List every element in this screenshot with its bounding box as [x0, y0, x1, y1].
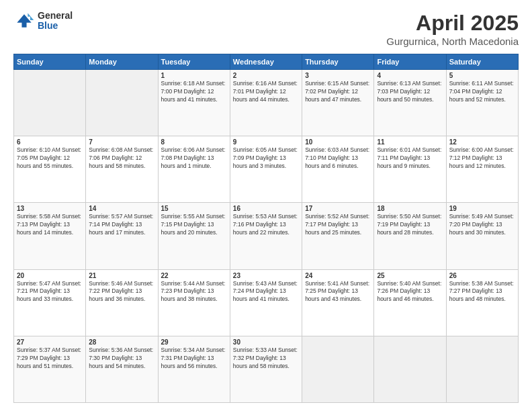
calendar-cell: 10Sunrise: 6:03 AM Sunset: 7:10 PM Dayli…: [302, 136, 374, 203]
calendar-cell: 6Sunrise: 6:10 AM Sunset: 7:05 PM Daylig…: [14, 136, 86, 203]
calendar-cell: [86, 70, 158, 136]
day-number: 18: [377, 205, 443, 212]
day-info: Sunrise: 6:11 AM Sunset: 7:04 PM Dayligh…: [449, 80, 515, 104]
logo-text: General Blue: [38, 11, 73, 32]
calendar-cell: 17Sunrise: 5:52 AM Sunset: 7:17 PM Dayli…: [302, 203, 374, 269]
weekday-header-row: SundayMondayTuesdayWednesdayThursdayFrid…: [14, 54, 519, 70]
day-info: Sunrise: 5:49 AM Sunset: 7:20 PM Dayligh…: [449, 213, 515, 237]
calendar-cell: 3Sunrise: 6:15 AM Sunset: 7:02 PM Daylig…: [302, 70, 374, 136]
calendar-cell: 25Sunrise: 5:40 AM Sunset: 7:26 PM Dayli…: [374, 269, 446, 336]
calendar-cell: 19Sunrise: 5:49 AM Sunset: 7:20 PM Dayli…: [446, 203, 518, 269]
day-info: Sunrise: 5:40 AM Sunset: 7:26 PM Dayligh…: [377, 280, 443, 304]
day-info: Sunrise: 5:50 AM Sunset: 7:19 PM Dayligh…: [377, 213, 443, 237]
calendar-cell: 29Sunrise: 5:34 AM Sunset: 7:31 PM Dayli…: [158, 336, 230, 402]
calendar-cell: 26Sunrise: 5:38 AM Sunset: 7:27 PM Dayli…: [446, 269, 518, 336]
calendar-cell: [14, 70, 86, 136]
day-number: 6: [17, 138, 83, 146]
calendar-cell: [302, 336, 374, 402]
title-block: April 2025 Gurgurnica, North Macedonia: [386, 11, 519, 47]
calendar-cell: 1Sunrise: 6:18 AM Sunset: 7:00 PM Daylig…: [158, 70, 230, 136]
day-number: 28: [89, 338, 154, 346]
day-info: Sunrise: 5:57 AM Sunset: 7:14 PM Dayligh…: [89, 213, 154, 237]
day-info: Sunrise: 5:58 AM Sunset: 7:13 PM Dayligh…: [17, 213, 83, 237]
calendar-cell: 27Sunrise: 5:37 AM Sunset: 7:29 PM Dayli…: [14, 336, 86, 402]
weekday-header-saturday: Saturday: [446, 54, 518, 70]
weekday-header-tuesday: Tuesday: [158, 54, 230, 70]
weekday-header-monday: Monday: [86, 54, 158, 70]
day-info: Sunrise: 5:47 AM Sunset: 7:21 PM Dayligh…: [17, 280, 83, 304]
day-number: 12: [449, 138, 515, 146]
day-number: 7: [89, 138, 154, 146]
weekday-header-wednesday: Wednesday: [230, 54, 302, 70]
calendar-cell: 20Sunrise: 5:47 AM Sunset: 7:21 PM Dayli…: [14, 269, 86, 336]
calendar-cell: 12Sunrise: 6:00 AM Sunset: 7:12 PM Dayli…: [446, 136, 518, 203]
logo-icon: [13, 11, 35, 30]
day-info: Sunrise: 6:08 AM Sunset: 7:06 PM Dayligh…: [89, 146, 154, 171]
calendar-table: SundayMondayTuesdayWednesdayThursdayFrid…: [13, 54, 519, 403]
day-number: 20: [17, 272, 83, 279]
day-info: Sunrise: 5:55 AM Sunset: 7:15 PM Dayligh…: [161, 213, 227, 237]
day-number: 26: [449, 272, 515, 279]
logo-general-label: General: [38, 11, 73, 21]
day-number: 5: [449, 72, 515, 79]
day-info: Sunrise: 6:10 AM Sunset: 7:05 PM Dayligh…: [17, 146, 83, 171]
calendar-cell: 7Sunrise: 6:08 AM Sunset: 7:06 PM Daylig…: [86, 136, 158, 203]
day-number: 22: [161, 272, 227, 279]
day-number: 17: [305, 205, 371, 212]
day-info: Sunrise: 5:44 AM Sunset: 7:23 PM Dayligh…: [161, 280, 227, 304]
day-info: Sunrise: 6:05 AM Sunset: 7:09 PM Dayligh…: [233, 146, 299, 171]
logo: General Blue: [13, 11, 73, 32]
calendar-cell: 13Sunrise: 5:58 AM Sunset: 7:13 PM Dayli…: [14, 203, 86, 269]
day-number: 13: [17, 205, 83, 212]
calendar-cell: 23Sunrise: 5:43 AM Sunset: 7:24 PM Dayli…: [230, 269, 302, 336]
header: General Blue April 2025 Gurgurnica, Nort…: [13, 11, 519, 47]
day-info: Sunrise: 5:46 AM Sunset: 7:22 PM Dayligh…: [89, 280, 154, 304]
calendar-cell: [446, 336, 518, 402]
day-info: Sunrise: 5:37 AM Sunset: 7:29 PM Dayligh…: [17, 347, 83, 371]
calendar-week-1: 1Sunrise: 6:18 AM Sunset: 7:00 PM Daylig…: [14, 70, 519, 136]
logo-blue-label: Blue: [38, 21, 73, 31]
calendar-cell: 28Sunrise: 5:36 AM Sunset: 7:30 PM Dayli…: [86, 336, 158, 402]
day-number: 2: [233, 72, 299, 79]
calendar-cell: 22Sunrise: 5:44 AM Sunset: 7:23 PM Dayli…: [158, 269, 230, 336]
day-number: 21: [89, 272, 154, 279]
day-info: Sunrise: 6:01 AM Sunset: 7:11 PM Dayligh…: [377, 146, 443, 171]
day-number: 1: [161, 72, 227, 79]
day-number: 15: [161, 205, 227, 212]
day-number: 3: [305, 72, 371, 79]
day-number: 19: [449, 205, 515, 212]
day-number: 14: [89, 205, 154, 212]
calendar-cell: 9Sunrise: 6:05 AM Sunset: 7:09 PM Daylig…: [230, 136, 302, 203]
calendar-week-2: 6Sunrise: 6:10 AM Sunset: 7:05 PM Daylig…: [14, 136, 519, 203]
day-number: 9: [233, 138, 299, 146]
calendar-cell: 8Sunrise: 6:06 AM Sunset: 7:08 PM Daylig…: [158, 136, 230, 203]
weekday-header-thursday: Thursday: [302, 54, 374, 70]
day-number: 27: [17, 338, 83, 346]
day-number: 25: [377, 272, 443, 279]
day-info: Sunrise: 5:43 AM Sunset: 7:24 PM Dayligh…: [233, 280, 299, 304]
day-info: Sunrise: 5:33 AM Sunset: 7:32 PM Dayligh…: [233, 347, 299, 371]
calendar-cell: 11Sunrise: 6:01 AM Sunset: 7:11 PM Dayli…: [374, 136, 446, 203]
calendar-cell: 14Sunrise: 5:57 AM Sunset: 7:14 PM Dayli…: [86, 203, 158, 269]
calendar-week-3: 13Sunrise: 5:58 AM Sunset: 7:13 PM Dayli…: [14, 203, 519, 269]
day-number: 23: [233, 272, 299, 279]
day-info: Sunrise: 5:34 AM Sunset: 7:31 PM Dayligh…: [161, 347, 227, 371]
calendar-week-4: 20Sunrise: 5:47 AM Sunset: 7:21 PM Dayli…: [14, 269, 519, 336]
day-number: 29: [161, 338, 227, 346]
subtitle: Gurgurnica, North Macedonia: [386, 36, 519, 47]
day-info: Sunrise: 5:52 AM Sunset: 7:17 PM Dayligh…: [305, 213, 371, 237]
day-info: Sunrise: 6:16 AM Sunset: 7:01 PM Dayligh…: [233, 80, 299, 104]
day-number: 10: [305, 138, 371, 146]
calendar-week-5: 27Sunrise: 5:37 AM Sunset: 7:29 PM Dayli…: [14, 336, 519, 402]
calendar-cell: 5Sunrise: 6:11 AM Sunset: 7:04 PM Daylig…: [446, 70, 518, 136]
calendar-cell: 16Sunrise: 5:53 AM Sunset: 7:16 PM Dayli…: [230, 203, 302, 269]
page: General Blue April 2025 Gurgurnica, Nort…: [0, 0, 532, 411]
day-number: 4: [377, 72, 443, 79]
calendar-cell: 18Sunrise: 5:50 AM Sunset: 7:19 PM Dayli…: [374, 203, 446, 269]
main-title: April 2025: [386, 11, 519, 36]
day-info: Sunrise: 5:53 AM Sunset: 7:16 PM Dayligh…: [233, 213, 299, 237]
calendar-cell: 4Sunrise: 6:13 AM Sunset: 7:03 PM Daylig…: [374, 70, 446, 136]
day-number: 24: [305, 272, 371, 279]
weekday-header-friday: Friday: [374, 54, 446, 70]
day-info: Sunrise: 5:38 AM Sunset: 7:27 PM Dayligh…: [449, 280, 515, 304]
